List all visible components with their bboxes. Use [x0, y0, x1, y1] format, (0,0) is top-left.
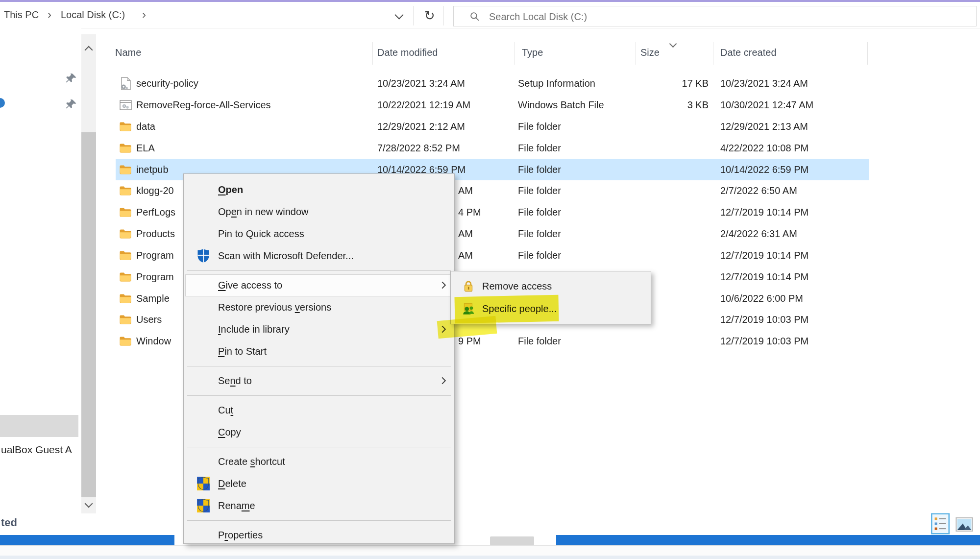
- file-type: File folder: [518, 201, 633, 223]
- context-menu-item[interactable]: Delete: [184, 473, 454, 495]
- file-icon-slot: [119, 270, 132, 284]
- file-name: Users: [136, 309, 162, 330]
- file-name: Products: [136, 223, 175, 244]
- menu-item-icon-slot: [196, 226, 211, 241]
- scroll-down-icon[interactable]: [85, 500, 93, 508]
- submenu-arrow-slot: [441, 376, 446, 387]
- file-name: data: [136, 116, 155, 137]
- column-header-size[interactable]: Size: [640, 47, 660, 58]
- file-date-created: 12/7/2019 10:14 PM: [720, 201, 808, 223]
- file-icon-slot: [119, 205, 132, 219]
- menu-item-label: Delete: [218, 477, 246, 490]
- context-menu-item[interactable]: Pin to Quick access: [184, 223, 454, 245]
- progress-bar: [0, 535, 174, 545]
- file-row[interactable]: klogg-20 AM File folder 2/7/2022 6:50 AM: [0, 180, 980, 201]
- column-divider[interactable]: [372, 42, 373, 65]
- context-menu-item[interactable]: Give access to: [184, 274, 454, 296]
- submenu-arrow-slot: [441, 325, 446, 336]
- setup-information-file-icon: [120, 77, 131, 90]
- file-type: Windows Batch File: [518, 94, 633, 116]
- file-row[interactable]: ELA 7/28/2022 8:52 PM File folder 4/22/2…: [0, 137, 980, 159]
- folder-icon: [120, 208, 131, 217]
- context-menu-item[interactable]: Scan with Microsoft Defender...: [184, 245, 454, 267]
- column-header-date-created[interactable]: Date created: [720, 47, 777, 58]
- menu-item-icon-slot: [196, 476, 211, 491]
- submenu-item[interactable]: Specific people...: [451, 297, 651, 320]
- column-header-type[interactable]: Type: [522, 47, 543, 58]
- file-date-modified: 10/22/2021 12:19 AM: [377, 94, 514, 116]
- column-header-date-modified[interactable]: Date modified: [377, 47, 438, 58]
- menu-item-label: Remove access: [482, 280, 552, 292]
- breadcrumb-this-pc[interactable]: This PC: [4, 2, 39, 28]
- context-menu-item[interactable]: Include in library: [184, 318, 454, 340]
- file-row[interactable]: security-policy 10/23/2021 3:24 AM Setup…: [0, 73, 980, 94]
- thumbnails-view-icon: [956, 517, 973, 532]
- file-date-created: 12/7/2019 10:14 PM: [720, 244, 808, 266]
- context-menu-item[interactable]: Cut: [184, 399, 454, 421]
- column-divider[interactable]: [636, 42, 636, 65]
- search-icon: [469, 11, 480, 22]
- menu-item-icon-slot: [196, 403, 211, 417]
- details-view-button[interactable]: [931, 512, 950, 537]
- folder-icon: [120, 144, 131, 153]
- column-divider[interactable]: [867, 42, 868, 65]
- file-row[interactable]: Program AM File folder 12/7/2019 10:14 P…: [0, 244, 980, 266]
- breadcrumb-separator-icon[interactable]: ›: [48, 1, 51, 27]
- menu-item-label: Pin to Start: [218, 345, 267, 358]
- address-bar-divider: [413, 6, 414, 25]
- context-menu: Open Open in new window Pin to Quick acc…: [183, 173, 455, 544]
- file-size: [637, 116, 709, 137]
- background-window-bar: [0, 415, 78, 437]
- file-type: File folder: [518, 223, 633, 244]
- file-type: File folder: [518, 330, 633, 352]
- uac-shield-icon: [197, 499, 210, 512]
- file-date-created: 10/30/2021 12:47 AM: [720, 94, 813, 116]
- address-dropdown-chevron-icon[interactable]: [394, 10, 403, 19]
- file-date-created: 12/7/2019 10:14 PM: [720, 266, 808, 288]
- file-name: PerfLogs: [136, 201, 175, 223]
- file-icon-slot: [119, 313, 132, 326]
- file-row[interactable]: Window 9 PM File folder 12/7/2019 10:03 …: [0, 330, 980, 352]
- menu-item-icon-slot: [196, 204, 211, 219]
- menu-separator: [187, 395, 451, 396]
- menu-item-label: Include in library: [218, 323, 290, 336]
- context-menu-item[interactable]: Open: [184, 179, 454, 201]
- bottom-edge: [0, 556, 980, 559]
- context-menu-item[interactable]: Pin to Start: [184, 340, 454, 363]
- menu-item-icon-slot: [196, 278, 211, 292]
- context-menu-item[interactable]: Rename: [184, 495, 454, 517]
- file-icon-slot: [119, 76, 132, 90]
- file-row[interactable]: data 12/29/2021 2:12 AM File folder 12/2…: [0, 116, 980, 137]
- menu-separator: [187, 366, 451, 366]
- context-menu-item[interactable]: Copy: [184, 421, 454, 443]
- menu-item-label: Restore previous versions: [218, 301, 331, 314]
- context-menu-item[interactable]: Send to: [184, 370, 454, 392]
- search-input[interactable]: [488, 7, 960, 26]
- file-icon-slot: [119, 248, 132, 262]
- file-size: [637, 330, 709, 352]
- refresh-button[interactable]: ↻: [420, 6, 439, 25]
- batch-file-icon: [120, 100, 132, 110]
- submenu-item[interactable]: Remove access: [451, 275, 651, 297]
- context-menu-item[interactable]: Properties: [184, 524, 454, 544]
- file-row[interactable]: inetpub 10/14/2022 6:59 PM File folder 1…: [0, 159, 980, 180]
- context-menu-item[interactable]: Open in new window: [184, 201, 454, 223]
- column-header-name[interactable]: Name: [115, 47, 141, 58]
- file-row[interactable]: RemoveReg-force-All-Services 10/22/2021 …: [0, 94, 980, 116]
- file-row[interactable]: Products AM File folder 2/4/2022 6:31 AM: [0, 223, 980, 244]
- thumbnails-view-button[interactable]: [956, 517, 973, 534]
- context-menu-item[interactable]: Create shortcut: [184, 451, 454, 473]
- scroll-up-icon[interactable]: [85, 46, 93, 54]
- menu-item-icon-slot: [461, 279, 476, 294]
- file-type: File folder: [518, 180, 633, 201]
- column-divider[interactable]: [713, 42, 713, 65]
- context-menu-item[interactable]: Restore previous versions: [184, 296, 454, 318]
- breadcrumb-local-disk[interactable]: Local Disk (C:): [61, 2, 125, 28]
- file-date-created: 2/4/2022 6:31 AM: [720, 223, 797, 244]
- menu-item-label: Pin to Quick access: [218, 227, 304, 240]
- breadcrumb-separator-icon[interactable]: ›: [142, 1, 146, 27]
- file-row[interactable]: PerfLogs 4 PM File folder 12/7/2019 10:1…: [0, 201, 980, 223]
- menu-item-label: Open: [218, 183, 243, 196]
- column-divider[interactable]: [514, 42, 515, 65]
- search-box[interactable]: [453, 6, 977, 26]
